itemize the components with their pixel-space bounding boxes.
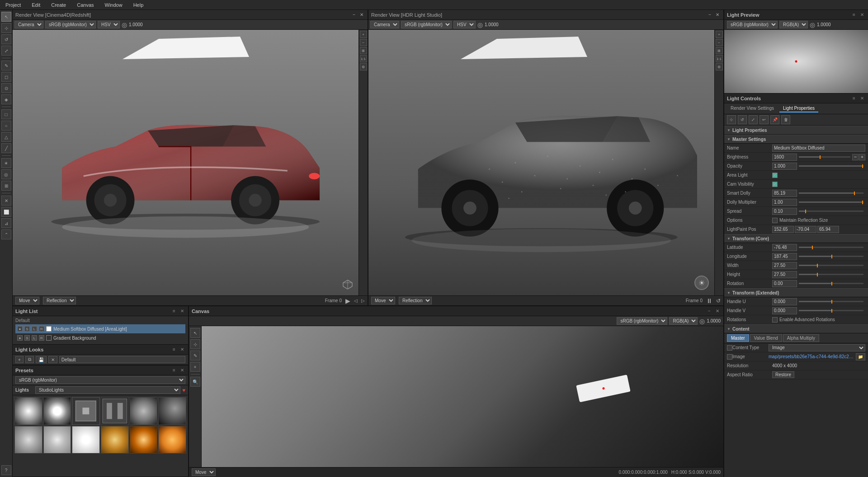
presets-menu[interactable]: ≡ bbox=[171, 367, 177, 374]
rv-right-settings[interactable]: ⚙ bbox=[716, 63, 723, 70]
prop-file-btn-image[interactable]: 📁 bbox=[856, 353, 865, 360]
prop-input-height[interactable] bbox=[772, 271, 797, 278]
prop-input-handle-v[interactable] bbox=[772, 307, 797, 314]
rv-left-step-forward[interactable]: ▷ bbox=[361, 298, 365, 303]
preset-5[interactable] bbox=[158, 397, 186, 425]
canvas-tool-3[interactable]: + bbox=[190, 362, 200, 372]
canvas-tool-1[interactable]: ⊹ bbox=[190, 339, 200, 349]
light-item-1[interactable]: ● S L R Gradient Background bbox=[15, 333, 185, 342]
light-looks-menu[interactable]: ≡ bbox=[171, 346, 177, 353]
rv-left-step-back[interactable]: ◁ bbox=[354, 298, 358, 303]
tool-camera[interactable]: ◎ bbox=[1, 169, 11, 179]
opacity-slider[interactable] bbox=[799, 165, 863, 167]
tool-x[interactable]: ✕ bbox=[1, 196, 11, 206]
preset-7[interactable] bbox=[43, 426, 71, 454]
tool-path[interactable]: ⊿ bbox=[1, 218, 11, 228]
prop-input-brightness[interactable] bbox=[772, 154, 797, 161]
looks-delete[interactable]: ✕ bbox=[48, 356, 57, 363]
rv-left-channel-footer[interactable]: Reflection bbox=[43, 297, 76, 304]
preset-1[interactable] bbox=[43, 397, 71, 425]
prop-input-longitude[interactable] bbox=[772, 253, 797, 260]
prop-input-rotation[interactable] bbox=[772, 280, 797, 287]
light-solo-1[interactable]: S bbox=[24, 335, 30, 341]
prop-checkbox-rotations[interactable] bbox=[772, 317, 778, 323]
canvas-tool-0[interactable]: ↖ bbox=[190, 328, 200, 338]
light-list-close[interactable]: ✕ bbox=[179, 308, 185, 314]
brightness-plus[interactable]: + bbox=[859, 154, 865, 160]
brightness-slider[interactable] bbox=[799, 156, 850, 158]
light-lock-0[interactable]: L bbox=[32, 326, 37, 332]
prop-input-latitude[interactable] bbox=[772, 244, 797, 251]
rv-right-close[interactable]: ✕ bbox=[714, 12, 721, 18]
rv-left-fit[interactable]: ⊞ bbox=[360, 47, 367, 54]
light-render-1[interactable]: R bbox=[39, 335, 44, 341]
light-lock-1[interactable]: L bbox=[32, 335, 37, 341]
tool-circle[interactable]: ○ bbox=[1, 121, 11, 131]
looks-name-input[interactable] bbox=[59, 356, 185, 363]
prop-input-lp-z[interactable] bbox=[817, 226, 839, 233]
prop-input-name[interactable] bbox=[772, 145, 865, 152]
looks-save[interactable]: 💾 bbox=[36, 356, 47, 363]
rv-left-play[interactable]: ▶ bbox=[345, 297, 350, 304]
dolly-slider[interactable] bbox=[799, 201, 863, 203]
rv-right-pause[interactable]: ⏸ bbox=[706, 297, 712, 304]
menu-item-canvas[interactable]: Canvas bbox=[75, 1, 95, 9]
canvas-mode-select[interactable]: RGB(A) bbox=[669, 317, 698, 325]
light-item-0[interactable]: ● S L R Medium Softbox Diffused [AreaLig… bbox=[15, 324, 185, 333]
rotation-slider[interactable] bbox=[799, 283, 863, 284]
prop-input-lp-x[interactable] bbox=[772, 226, 794, 233]
tool-eyedropper[interactable]: ⊙ bbox=[1, 83, 11, 93]
lc-close[interactable]: ✕ bbox=[859, 95, 865, 102]
light-preview-menu[interactable]: ≡ bbox=[851, 12, 857, 18]
canvas-mode-footer[interactable]: Move bbox=[192, 468, 216, 476]
prop-checkbox-camvis[interactable]: ✓ bbox=[772, 182, 778, 187]
prop-btn-aspect-ratio[interactable]: Restore bbox=[772, 371, 794, 378]
lights-filter-select[interactable]: StudioLights bbox=[35, 386, 180, 394]
lc-icon-reset[interactable]: ↩ bbox=[760, 115, 769, 124]
tool-rect[interactable]: □ bbox=[1, 109, 11, 119]
lc-icon-rotate[interactable]: ↺ bbox=[738, 115, 747, 124]
lc-menu[interactable]: ≡ bbox=[851, 95, 857, 102]
prop-checkbox-content-type[interactable] bbox=[727, 345, 732, 351]
prop-input-lp-y[interactable] bbox=[795, 226, 816, 233]
menu-item-create[interactable]: Create bbox=[49, 1, 68, 9]
preset-11[interactable] bbox=[158, 426, 186, 454]
rv-left-actual[interactable]: 1:1 bbox=[360, 55, 367, 62]
canvas-minimize[interactable]: − bbox=[706, 308, 712, 314]
preset-2[interactable] bbox=[72, 397, 100, 425]
handle-u-slider[interactable] bbox=[799, 301, 863, 302]
tool-eraser[interactable]: ◻ bbox=[1, 72, 11, 82]
tool-scale[interactable]: ⤢ bbox=[1, 46, 11, 56]
menu-item-edit[interactable]: Edit bbox=[30, 1, 42, 9]
lp-mode-select[interactable]: RGB(A) bbox=[779, 21, 808, 28]
canvas-tool-2[interactable]: ✎ bbox=[190, 351, 200, 360]
tool-question[interactable]: ? bbox=[1, 465, 11, 475]
lc-tab-render-view-settings[interactable]: Render View Settings bbox=[727, 105, 778, 112]
tool-select[interactable]: ↖ bbox=[1, 12, 11, 22]
prop-input-width[interactable] bbox=[772, 262, 797, 269]
favorites-heart[interactable]: ♥ bbox=[182, 387, 185, 393]
tool-line[interactable]: ╱ bbox=[1, 143, 11, 153]
rv-left-color-select[interactable]: sRGB (rgbMonitor) bbox=[45, 21, 96, 28]
width-slider[interactable] bbox=[799, 265, 863, 266]
handle-v-slider[interactable] bbox=[799, 310, 863, 311]
rv-right-camera-select[interactable]: Camera bbox=[370, 21, 399, 28]
preset-8[interactable] bbox=[72, 426, 100, 454]
tool-warp[interactable]: ⌃ bbox=[1, 229, 11, 239]
prop-input-handle-u[interactable] bbox=[772, 298, 797, 305]
spread-slider[interactable] bbox=[799, 210, 863, 212]
content-tab-alpha-multiply[interactable]: Alpha Multiply bbox=[783, 334, 819, 342]
rv-left-zoom-out[interactable]: − bbox=[360, 39, 367, 46]
canvas-area[interactable] bbox=[202, 326, 723, 467]
menu-item-window[interactable]: Window bbox=[103, 1, 124, 9]
rv-right-mode-footer[interactable]: Move bbox=[371, 297, 395, 304]
menu-item-project[interactable]: Project bbox=[4, 1, 23, 9]
rv-right-color-select[interactable]: sRGB (rgbMonitor) bbox=[401, 21, 452, 28]
rv-right-zoom-in[interactable]: + bbox=[716, 31, 723, 38]
rv-left-zoom-in[interactable]: + bbox=[360, 31, 367, 38]
brightness-minus[interactable]: − bbox=[852, 154, 859, 160]
preset-10[interactable] bbox=[130, 426, 158, 454]
prop-input-spread[interactable] bbox=[772, 208, 797, 215]
content-tab-master[interactable]: Master bbox=[727, 334, 749, 342]
preset-3[interactable] bbox=[101, 397, 129, 425]
